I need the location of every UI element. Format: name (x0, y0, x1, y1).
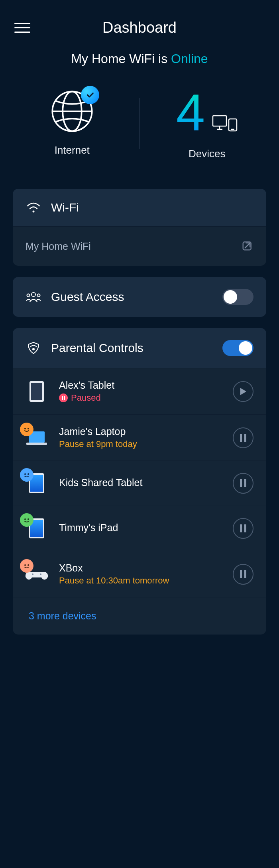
internet-stat[interactable]: Internet (13, 90, 132, 156)
parental-controls-label: Parental Controls (51, 341, 213, 355)
play-button[interactable] (233, 381, 253, 402)
device-name: Timmy's iPad (59, 522, 222, 534)
parental-controls-header[interactable]: Parental Controls (13, 328, 266, 368)
svg-point-27 (28, 473, 29, 475)
svg-rect-23 (244, 434, 246, 442)
guest-access-card: Guest Access (13, 277, 266, 317)
svg-point-13 (33, 348, 34, 350)
status-check-icon (81, 86, 99, 104)
device-row-timmy-ipad[interactable]: Timmy's iPad (13, 506, 266, 551)
svg-point-37 (40, 573, 41, 575)
device-row-kids-tablet[interactable]: Kids Shared Tablet (13, 461, 266, 506)
svg-point-26 (24, 473, 26, 475)
svg-point-11 (27, 294, 30, 297)
external-link-icon[interactable] (242, 239, 253, 253)
avatar-badge-icon (20, 559, 33, 573)
globe-icon (51, 90, 94, 134)
status-prefix: My Home WiFi is (71, 51, 171, 66)
internet-label: Internet (55, 144, 90, 156)
svg-point-12 (37, 294, 40, 297)
device-row-xbox[interactable]: XBox Pause at 10:30am tomorrow (13, 551, 266, 597)
svg-rect-34 (240, 524, 242, 532)
tablet-icon (26, 380, 48, 403)
svg-rect-3 (213, 116, 226, 126)
device-name: Jamie's Laptop (59, 426, 222, 437)
svg-point-32 (24, 518, 26, 520)
svg-rect-35 (244, 524, 246, 532)
svg-rect-41 (244, 570, 246, 578)
svg-rect-15 (31, 383, 42, 400)
avatar-badge-icon (20, 468, 33, 482)
svg-rect-19 (26, 443, 47, 445)
tablet-icon (26, 472, 48, 494)
svg-point-36 (32, 573, 33, 575)
guest-access-header[interactable]: Guest Access (13, 277, 266, 317)
device-row-alex-tablet[interactable]: Alex's Tablet Paused (13, 368, 266, 414)
svg-point-21 (28, 428, 29, 429)
avatar-badge-icon (20, 423, 33, 436)
svg-point-39 (28, 564, 29, 566)
wifi-network-name: My Home WiFi (26, 241, 234, 252)
pause-button[interactable] (233, 473, 253, 494)
svg-rect-22 (240, 434, 242, 442)
wifi-icon (26, 202, 41, 213)
device-status: Pause at 9pm today (59, 439, 222, 449)
stats-panel: Internet 4 Devices (13, 86, 266, 160)
parental-controls-card: Parental Controls Alex's Tablet Paused (13, 328, 266, 635)
device-status: Pause at 10:30am tomorrow (59, 575, 222, 586)
wifi-header[interactable]: Wi-Fi (13, 189, 266, 226)
pause-badge-icon (59, 393, 68, 402)
tablet-icon (26, 517, 48, 540)
devices-icon (212, 113, 238, 132)
more-devices-link[interactable]: 3 more devices (13, 597, 266, 635)
guest-access-label: Guest Access (51, 290, 213, 304)
page-title: Dashboard (14, 19, 265, 36)
people-icon (26, 291, 41, 303)
svg-point-33 (28, 518, 29, 520)
pause-button[interactable] (233, 518, 253, 539)
device-status: Paused (59, 393, 222, 403)
network-status: My Home WiFi is Online (0, 51, 279, 66)
wifi-card: Wi-Fi My Home WiFi (13, 189, 266, 266)
devices-count: 4 (176, 86, 205, 138)
devices-label: Devices (189, 148, 225, 160)
svg-rect-29 (244, 479, 246, 487)
svg-point-10 (31, 293, 35, 297)
svg-rect-40 (240, 570, 242, 578)
status-value: Online (171, 51, 208, 66)
devices-stat[interactable]: 4 Devices (148, 86, 267, 160)
guest-access-toggle[interactable] (222, 289, 253, 305)
svg-rect-16 (62, 396, 63, 400)
wifi-section-label: Wi-Fi (51, 201, 253, 214)
wifi-network-row[interactable]: My Home WiFi (13, 226, 266, 266)
shield-icon (26, 341, 41, 355)
pause-button[interactable] (233, 427, 253, 448)
svg-rect-28 (240, 479, 242, 487)
game-controller-icon (26, 563, 48, 585)
svg-point-20 (24, 428, 26, 429)
parental-controls-toggle[interactable] (222, 340, 253, 356)
svg-rect-17 (64, 396, 65, 400)
device-row-jamie-laptop[interactable]: Jamie's Laptop Pause at 9pm today (13, 414, 266, 461)
device-name: Kids Shared Tablet (59, 477, 222, 488)
stats-divider (140, 98, 140, 149)
avatar-badge-icon (20, 513, 33, 527)
laptop-icon (26, 427, 48, 449)
svg-point-38 (24, 564, 26, 566)
app-header: Dashboard (0, 0, 279, 47)
device-name: Alex's Tablet (59, 380, 222, 391)
svg-point-8 (33, 211, 35, 213)
pause-button[interactable] (233, 564, 253, 585)
device-name: XBox (59, 562, 222, 574)
